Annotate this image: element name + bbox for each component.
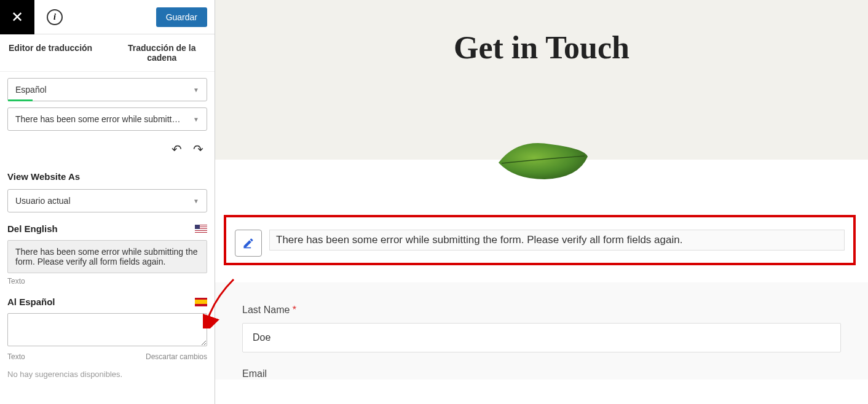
- translation-sidebar: ✕ i Guardar Editor de traducción Traducc…: [0, 0, 215, 404]
- view-as-value: Usuario actual: [15, 196, 71, 206]
- source-type-label: Texto: [7, 277, 207, 286]
- contact-form: Last Name * Email: [215, 282, 868, 379]
- source-label: Del English: [7, 223, 58, 234]
- page-preview: Get in Touch There has been some error w…: [215, 0, 868, 404]
- hero-title: Get in Touch: [454, 29, 629, 66]
- string-select[interactable]: There has been some error while submitti…: [7, 107, 207, 131]
- suggestions-text: No hay sugerencias disponibles.: [7, 370, 207, 379]
- leaf-image: [492, 135, 591, 184]
- last-name-label-text: Last Name: [242, 305, 290, 315]
- string-select-value: There has been some error while submitti…: [15, 114, 181, 124]
- source-label-row: Del English: [7, 223, 207, 234]
- source-text-box: There has been some error while submitti…: [7, 240, 207, 273]
- language-select-value: Español: [15, 85, 47, 95]
- chevron-down-icon: ▼: [193, 87, 199, 93]
- language-select[interactable]: Español ▼: [7, 78, 207, 101]
- error-message-preview[interactable]: There has been some error while submitti…: [269, 230, 845, 251]
- close-button[interactable]: ✕: [0, 0, 34, 34]
- target-footer-row: Texto Descartar cambios: [7, 352, 207, 361]
- tab-string-translation[interactable]: Traducción de la cadena: [109, 34, 215, 71]
- info-icon[interactable]: i: [47, 9, 63, 25]
- tab-editor[interactable]: Editor de traducción: [0, 34, 109, 71]
- flag-es-icon: [195, 298, 207, 306]
- save-button[interactable]: Guardar: [156, 7, 207, 27]
- highlighted-string-area: There has been some error while submitti…: [224, 215, 856, 265]
- undo-button[interactable]: ↶: [172, 142, 182, 157]
- sidebar-header: ✕ i Guardar: [0, 0, 215, 34]
- chevron-down-icon: ▼: [193, 116, 199, 123]
- hero-section: Get in Touch: [215, 0, 868, 160]
- discard-changes-link[interactable]: Descartar cambios: [146, 352, 207, 361]
- required-asterisk: *: [293, 305, 296, 315]
- undo-redo-row: ↶ ↷: [7, 137, 207, 160]
- last-name-input[interactable]: [242, 323, 841, 352]
- chevron-down-icon: ▼: [193, 198, 199, 204]
- progress-indicator: [8, 99, 33, 101]
- flag-us-icon: [195, 225, 207, 233]
- target-label: Al Español: [7, 297, 55, 307]
- tab-row: Editor de traducción Traducción de la ca…: [0, 34, 215, 72]
- email-label: Email: [242, 368, 841, 379]
- last-name-label: Last Name *: [242, 305, 841, 316]
- target-type-label: Texto: [7, 352, 25, 361]
- edit-string-button[interactable]: [235, 230, 262, 257]
- pencil-icon: [242, 237, 254, 249]
- info-area: i: [34, 9, 156, 25]
- view-as-select[interactable]: Usuario actual ▼: [7, 189, 207, 212]
- target-label-row: Al Español: [7, 297, 207, 307]
- sidebar-body: Español ▼ There has been some error whil…: [0, 72, 215, 404]
- target-text-input[interactable]: [7, 313, 207, 346]
- svg-rect-0: [244, 247, 251, 249]
- view-as-label: View Website As: [7, 171, 207, 182]
- redo-button[interactable]: ↷: [193, 142, 203, 157]
